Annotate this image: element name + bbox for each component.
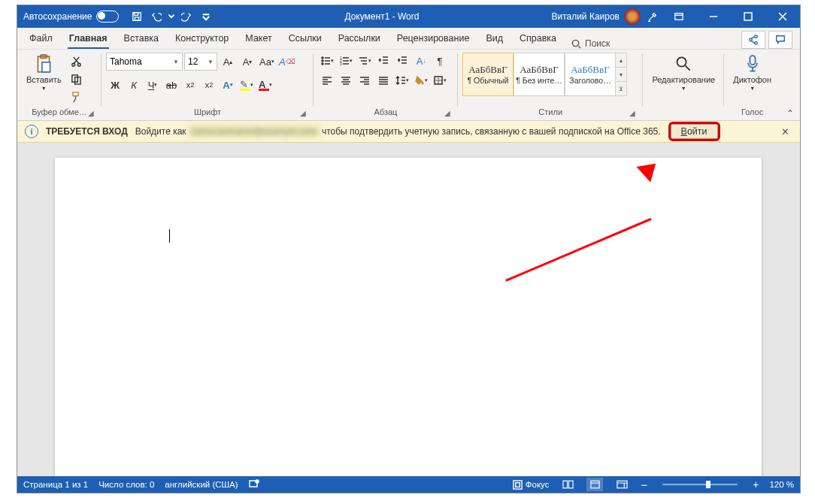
style-heading1[interactable]: АаБбВвГЗаголово…: [565, 53, 616, 96]
bullets-button[interactable]: ▾: [318, 53, 336, 69]
format-painter-button[interactable]: [68, 89, 85, 105]
autosave-toggle[interactable]: Автосохранение: [17, 11, 125, 23]
save-icon[interactable]: [128, 8, 146, 26]
text-effects-button[interactable]: A▾: [219, 77, 237, 93]
line-spacing-button[interactable]: ▾: [393, 72, 411, 89]
zoom-slider[interactable]: [662, 484, 738, 485]
page-status[interactable]: Страница 1 из 1: [23, 480, 88, 489]
clear-format-button[interactable]: A⌫: [277, 53, 297, 70]
bold-button[interactable]: Ж: [106, 77, 124, 93]
tab-mailings[interactable]: Рассылки: [331, 29, 388, 49]
read-mode-icon[interactable]: [559, 478, 576, 491]
change-case-button[interactable]: Aa▾: [258, 53, 276, 70]
indent-button[interactable]: [393, 53, 411, 69]
qat-more-icon[interactable]: [197, 8, 215, 26]
signin-button[interactable]: Войти: [668, 122, 720, 141]
superscript-button[interactable]: x2: [200, 77, 218, 93]
multilevel-button[interactable]: ▾: [356, 53, 374, 69]
document-area[interactable]: [17, 143, 800, 476]
web-layout-icon[interactable]: [614, 478, 630, 491]
zoom-out-button[interactable]: −: [641, 478, 647, 491]
svg-rect-3: [675, 14, 683, 20]
down-icon: ▾: [616, 68, 626, 82]
zoom-in-button[interactable]: +: [753, 478, 759, 490]
styles-scroll[interactable]: ▴▾⊻: [616, 53, 627, 96]
paste-button[interactable]: Вставить ▼: [22, 53, 66, 92]
tab-insert[interactable]: Вставка: [117, 29, 166, 49]
macro-rec-icon[interactable]: [249, 478, 259, 490]
svg-point-8: [750, 38, 753, 41]
tab-home[interactable]: Главная: [62, 29, 115, 49]
strike-button[interactable]: ab: [162, 77, 180, 93]
font-color-button[interactable]: A▾: [256, 77, 274, 93]
sort-button[interactable]: A↓: [412, 53, 430, 69]
show-marks-button[interactable]: ¶: [431, 53, 449, 69]
shading-button[interactable]: ▾: [412, 72, 430, 89]
document-title: Документ1 - Word: [215, 11, 548, 22]
font-size-combo[interactable]: 12▼: [184, 53, 217, 71]
close-button[interactable]: [765, 5, 800, 28]
statusbar: Страница 1 из 1 Число слов: 0 английский…: [17, 476, 800, 493]
svg-rect-1: [135, 13, 138, 16]
minimize-button[interactable]: [696, 5, 731, 28]
borders-button[interactable]: ▾: [431, 72, 449, 89]
ribbon-options-icon[interactable]: [662, 5, 696, 28]
editing-label: Редактирование: [652, 75, 715, 84]
account-area[interactable]: Виталий Каиров: [548, 8, 644, 25]
chevron-down-icon[interactable]: [167, 8, 176, 26]
tab-file[interactable]: Файл: [22, 29, 60, 49]
grow-font-button[interactable]: A▴: [219, 53, 237, 70]
focus-mode[interactable]: Фокус: [513, 480, 550, 490]
tab-layout[interactable]: Макет: [238, 29, 279, 49]
dialog-launcher-icon[interactable]: ◢: [86, 108, 95, 117]
close-infobar-button[interactable]: ✕: [778, 126, 792, 137]
subscript-button[interactable]: x2: [181, 77, 199, 93]
align-right-button[interactable]: [356, 72, 374, 89]
maximize-button[interactable]: [731, 5, 765, 28]
voice-label: Голос: [729, 107, 776, 119]
zoom-level[interactable]: 120 %: [769, 480, 794, 489]
outdent-button[interactable]: [374, 53, 392, 69]
language-status[interactable]: английский (США): [165, 480, 238, 489]
svg-point-24: [677, 57, 686, 66]
tab-references[interactable]: Ссылки: [281, 29, 329, 49]
align-center-button[interactable]: [337, 72, 355, 89]
highlight-button[interactable]: ✎▾: [238, 77, 256, 93]
print-layout-icon[interactable]: [586, 478, 603, 491]
font-family-combo[interactable]: Tahoma▼: [106, 53, 183, 71]
copy-button[interactable]: [68, 71, 85, 87]
svg-rect-30: [591, 481, 599, 487]
tools-icon[interactable]: [644, 8, 662, 26]
tab-view[interactable]: Вид: [478, 29, 511, 49]
svg-rect-31: [617, 481, 627, 487]
dialog-launcher-icon[interactable]: ◢: [628, 108, 637, 117]
svg-point-6: [755, 35, 758, 38]
dialog-launcher-icon[interactable]: ◢: [298, 108, 308, 117]
clipboard-label: Буфер обме…: [32, 107, 87, 116]
italic-button[interactable]: К: [125, 77, 143, 93]
collapse-ribbon-icon[interactable]: ⌃: [780, 108, 800, 120]
cut-button[interactable]: [68, 53, 85, 69]
undo-icon[interactable]: [147, 8, 165, 26]
autosave-label: Автосохранение: [23, 11, 92, 22]
search-box[interactable]: Поиск: [565, 38, 616, 49]
style-normal[interactable]: АаБбВвГ¶ Обычный: [462, 53, 514, 96]
numbering-button[interactable]: 123▾: [337, 53, 355, 69]
justify-button[interactable]: [374, 72, 392, 89]
dialog-launcher-icon[interactable]: ◢: [443, 108, 452, 117]
word-count[interactable]: Число слов: 0: [98, 480, 154, 489]
page[interactable]: [55, 158, 762, 476]
editing-button[interactable]: Редактирование ▼: [647, 53, 720, 92]
redo-icon[interactable]: [177, 8, 195, 26]
shrink-font-button[interactable]: A▾: [238, 53, 256, 70]
comments-button[interactable]: [768, 31, 792, 49]
tab-help[interactable]: Справка: [512, 29, 564, 49]
underline-button[interactable]: Ч▾: [144, 77, 162, 93]
tab-review[interactable]: Рецензирование: [389, 29, 477, 49]
dictate-button[interactable]: Диктофон ▼: [729, 53, 776, 92]
infobar-text: Войдите как name.lastname@example.com чт…: [135, 126, 661, 137]
align-left-button[interactable]: [318, 72, 336, 89]
tab-design[interactable]: Конструктор: [168, 29, 236, 49]
share-button[interactable]: [741, 31, 765, 49]
style-nospacing[interactable]: АаБбВвГ¶ Без инте…: [514, 53, 565, 96]
